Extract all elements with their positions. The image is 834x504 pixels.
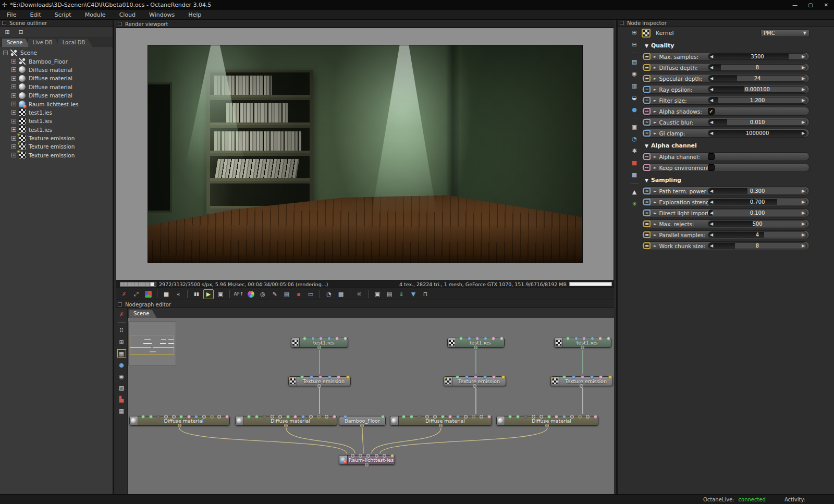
node-pin[interactable] <box>255 415 259 419</box>
slider-left-arrow[interactable]: ◀ <box>708 243 715 249</box>
minimize-button[interactable]: — <box>787 0 803 10</box>
spread-nodes-icon[interactable]: ⠿ <box>117 326 126 335</box>
node-diffuse-material[interactable]: Diffuse material <box>235 416 337 426</box>
node-pin[interactable] <box>500 337 504 340</box>
node-texture-emission[interactable]: Texture emission <box>288 376 351 386</box>
expand-tree-icon[interactable]: ⊞ <box>3 29 11 36</box>
tab-live-db[interactable]: Live DB <box>28 39 60 47</box>
tree-item-raum-lichttest-ies[interactable]: +Raum-lichttest-ies <box>0 100 113 108</box>
node-pin[interactable] <box>607 337 610 340</box>
menu-edit[interactable]: Edit <box>23 10 47 19</box>
start-render-icon[interactable]: ▶ <box>203 289 214 299</box>
node-pin[interactable] <box>465 375 469 379</box>
param-slider[interactable]: 0.010◀▶ <box>708 119 807 126</box>
node-output-pin[interactable] <box>317 384 321 388</box>
node-pin[interactable] <box>383 454 386 458</box>
param-slider[interactable]: 0.000100◀▶ <box>708 86 807 93</box>
kernel-node-icon[interactable] <box>642 29 651 38</box>
node-pin[interactable] <box>484 337 487 340</box>
node-pin[interactable] <box>532 415 535 419</box>
node-pin[interactable] <box>594 415 597 419</box>
node-output-pin[interactable] <box>473 384 476 388</box>
menu-cloud[interactable]: Cloud <box>113 10 142 19</box>
node-pin[interactable] <box>172 415 176 419</box>
slider-right-arrow[interactable]: ▶ <box>800 232 806 238</box>
float-pin-icon[interactable]: ≈ <box>643 130 651 137</box>
slider-left-arrow[interactable]: ◀ <box>708 97 715 103</box>
node-texture-emission[interactable]: Texture emission <box>444 376 506 386</box>
camera-settings-icon[interactable]: ◎ <box>257 289 268 299</box>
tree-item-diffuse-material[interactable]: +Diffuse material <box>0 74 113 82</box>
postprocess-icon[interactable]: ✎ <box>269 289 280 299</box>
param-slider[interactable]: 1000000◀▶ <box>708 130 807 137</box>
tree-item-diffuse-material[interactable]: +Diffuse material <box>0 66 113 74</box>
node-pin[interactable] <box>286 415 290 419</box>
tree-item-diffuse-material[interactable]: +Diffuse material <box>0 91 113 100</box>
node-output-pin[interactable] <box>545 424 549 427</box>
int-pin-icon[interactable]: ▬ <box>643 53 651 60</box>
geometry-icon[interactable]: ■ <box>630 158 639 167</box>
node-pin[interactable] <box>375 454 378 458</box>
tree-root-item[interactable]: −Scene <box>0 48 113 57</box>
restart-render-icon[interactable]: « <box>173 289 183 299</box>
texture-preview-icon[interactable]: ▨ <box>117 384 126 392</box>
imager-settings-icon[interactable] <box>246 289 256 299</box>
node-output-pin[interactable] <box>317 346 321 349</box>
param-slider[interactable]: 8◀▶ <box>708 242 807 249</box>
node-pin[interactable] <box>225 415 229 419</box>
expander-icon[interactable]: ► <box>654 166 656 170</box>
int-pin-icon[interactable]: ▬ <box>643 220 651 227</box>
kernel-icon[interactable]: ✱ <box>630 146 639 155</box>
expand-toggle-icon[interactable]: + <box>11 67 16 72</box>
tree-item-diffuse-material[interactable]: +Diffuse material <box>0 83 113 91</box>
slider-left-arrow[interactable]: ◀ <box>708 54 715 59</box>
pause-render-icon[interactable]: ▮▮ <box>191 289 202 299</box>
float-pin-icon[interactable]: ≈ <box>643 199 651 205</box>
save-image-icon[interactable]: ⇓ <box>396 289 407 299</box>
render-region-icon[interactable]: ▪ <box>293 289 304 299</box>
node-pin[interactable] <box>547 415 551 419</box>
node-pin[interactable] <box>590 375 594 379</box>
param-checkbox[interactable] <box>708 164 715 171</box>
expander-icon[interactable]: ► <box>654 120 656 125</box>
expand-toggle-icon[interactable]: + <box>11 144 16 149</box>
expander-icon[interactable]: ► <box>654 99 656 103</box>
expander-icon[interactable]: ► <box>654 55 656 59</box>
section-title-alpha-channel[interactable]: ▼Alpha channel <box>645 142 810 149</box>
slider-left-arrow[interactable]: ◀ <box>708 65 715 70</box>
fit-graph-icon[interactable]: ✗ <box>117 310 126 318</box>
bool-pin-icon[interactable]: ↔ <box>643 108 651 115</box>
node-pin[interactable] <box>344 337 347 340</box>
slider-right-arrow[interactable]: ▶ <box>800 54 806 59</box>
node-pin[interactable] <box>311 337 315 340</box>
node-diffuse-material[interactable]: Diffuse material <box>390 416 492 426</box>
node-texture-emission[interactable]: Texture emission <box>550 376 613 386</box>
expand-toggle-icon[interactable]: + <box>11 136 16 141</box>
menu-script[interactable]: Script <box>48 10 78 19</box>
display-settings-icon[interactable]: ▭ <box>305 289 316 299</box>
node-pin[interactable] <box>210 415 214 419</box>
close-button[interactable]: ✕ <box>818 0 834 10</box>
node-output-pin[interactable] <box>360 424 364 427</box>
collapse-tree-icon[interactable]: ⊟ <box>17 29 25 36</box>
fit-viewport-icon[interactable]: ▣ <box>215 289 226 299</box>
node-raum-lichttest-ies[interactable]: Raum-lichttest-ies <box>339 455 395 465</box>
slider-right-arrow[interactable]: ▶ <box>800 243 806 249</box>
film-settings-icon[interactable]: ▲ <box>630 188 639 196</box>
node-pin[interactable] <box>483 375 487 379</box>
expand-toggle-icon[interactable]: + <box>11 76 16 81</box>
node-pin[interactable] <box>164 415 168 419</box>
node-pin[interactable] <box>328 375 332 379</box>
float-pin-icon[interactable]: ≈ <box>643 97 651 104</box>
int-pin-icon[interactable]: ▬ <box>643 64 651 71</box>
scene-outliner-checkbox[interactable] <box>2 21 6 25</box>
lock-image-icon[interactable]: ⊓ <box>420 289 431 299</box>
nodegraph-checkbox[interactable] <box>118 302 122 306</box>
slider-right-arrow[interactable]: ▶ <box>800 221 806 227</box>
node-pin[interactable] <box>433 415 437 419</box>
param-slider[interactable]: 500◀▶ <box>708 220 807 227</box>
int-pin-icon[interactable]: ▬ <box>643 75 651 82</box>
collapse-toggle-icon[interactable]: − <box>3 51 8 55</box>
expander-icon[interactable]: ► <box>654 88 656 92</box>
tree-item-test1-ies[interactable]: +test1.ies <box>0 117 113 125</box>
